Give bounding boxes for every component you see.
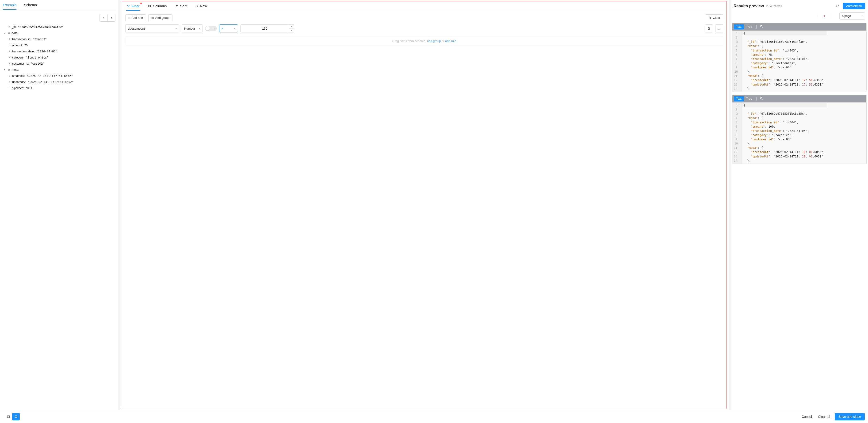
fold-toggle[interactable]: ▾ (739, 32, 740, 35)
layout-single-icon (7, 415, 10, 418)
code-line: }, (744, 70, 751, 73)
rule-value-input: ▲ ▼ (240, 24, 294, 32)
svg-rect-7 (7, 416, 9, 417)
code-icon (195, 4, 198, 8)
caret-meta[interactable]: ▾ (4, 68, 6, 72)
rule-field-select[interactable]: data.amount▾ (125, 24, 179, 32)
chevron-down-icon: ▾ (199, 27, 200, 30)
object-icon: ▦ (7, 68, 10, 72)
clock-icon: ◔ (8, 80, 11, 84)
pager-next[interactable]: 〉 (828, 12, 835, 20)
search-icon (760, 97, 763, 100)
rule-is-toggle[interactable]: Is (205, 26, 217, 31)
hint-add-group-link[interactable]: add group (427, 39, 441, 43)
code-line: "data": { (744, 44, 763, 48)
tab-raw[interactable]: Raw (194, 1, 208, 11)
plus-icon: + (128, 16, 130, 20)
cancel-button[interactable]: Cancel (800, 413, 813, 420)
code-line: "customer_id": "cust03" (744, 138, 791, 141)
schema-next-button[interactable] (107, 14, 116, 22)
filter-icon (127, 4, 130, 8)
results-panel: Results preview 2 / 4 records Autorefres… (731, 0, 868, 410)
rule-operator-select[interactable]: <▾ (219, 24, 238, 32)
record-card: Text Tree 1▾23▾45678910▾1112131415 { "_i… (732, 95, 867, 164)
splitter-left[interactable] (118, 0, 120, 410)
refresh-button[interactable] (834, 3, 841, 9)
splitter-right[interactable] (729, 0, 731, 410)
plus-square-icon: ⊞ (151, 16, 154, 20)
save-close-button[interactable]: Save and close (835, 413, 865, 420)
code-line: "_id": "67af265f01c5b73a34ca4f3e", (744, 40, 807, 44)
code-line: "updatedAt": "2025-02-14T11: 17: 51.635Z… (744, 83, 823, 86)
stepper-down[interactable]: ▼ (289, 29, 294, 32)
code-line: }, (744, 87, 751, 90)
fold-toggle[interactable]: ▾ (739, 70, 740, 73)
code-line: "category": "Groceries", (744, 133, 793, 137)
svg-point-3 (761, 25, 762, 27)
code-line: "createdAt": "2025-02-14T11: 18: 01.605Z… (744, 150, 825, 154)
record-view-tree[interactable]: Tree (744, 96, 754, 101)
code-line: "createdAt": "2025-02-14T11: 17: 51.635Z… (744, 78, 825, 82)
tab-filter[interactable]: Filter (126, 1, 140, 11)
code-line: }, (744, 159, 751, 162)
autorefresh-button[interactable]: Autorefresh (843, 3, 865, 9)
rule-type-select[interactable]: Number▾ (182, 24, 203, 32)
record-view-text[interactable]: Text (734, 96, 744, 101)
record-search-button[interactable] (758, 96, 765, 102)
sort-icon (175, 4, 179, 8)
results-count: 2 / 4 records (766, 4, 782, 8)
chevron-left-icon (102, 16, 105, 20)
svg-line-6 (762, 99, 763, 100)
add-rule-button[interactable]: + Add rule (125, 14, 146, 21)
object-icon: ▦ (7, 31, 10, 35)
filter-drop-hint: Drag fields from schema, add group or ad… (125, 36, 723, 46)
schema-panel: Example Schema t_id: 67af265f01c5b73a34c… (0, 0, 118, 410)
columns-icon (148, 4, 151, 8)
record-view-text[interactable]: Text (734, 24, 744, 29)
chevron-right-icon (110, 16, 113, 20)
stepper-up[interactable]: ▲ (289, 25, 294, 29)
caret-data[interactable]: ▾ (4, 31, 6, 35)
rule-value-field[interactable] (241, 25, 289, 32)
code-line: "transaction_id": "txn004", (744, 120, 798, 124)
tab-sort[interactable]: Sort (174, 1, 188, 11)
pager-prev[interactable]: 〈 (813, 12, 820, 20)
svg-rect-2 (150, 5, 151, 7)
search-icon (760, 25, 763, 28)
fold-toggle[interactable]: ▾ (739, 104, 740, 107)
trash-icon (708, 16, 711, 20)
schema-prev-button[interactable] (99, 14, 107, 22)
query-builder-panel: Filter Columns Sort Raw (120, 0, 729, 410)
svg-rect-0 (149, 5, 149, 7)
schema-tree: t_id: 67af265f01c5b73a34ca4f3e ▾▦data: t… (0, 23, 118, 93)
clear-all-button[interactable]: Clear all (816, 413, 831, 420)
pager-current: 1 (822, 14, 827, 18)
more-icon: … (718, 27, 721, 30)
chevron-down-icon: ▾ (176, 27, 177, 30)
layout-split-button[interactable] (12, 413, 20, 420)
results-title: Results preview (734, 4, 764, 8)
trash-icon (707, 27, 711, 30)
record-search-button[interactable] (758, 24, 765, 30)
add-group-button[interactable]: ⊞ Add group (148, 14, 173, 21)
rule-more-button[interactable]: … (715, 24, 723, 32)
filter-modified-indicator (140, 3, 142, 4)
page-size-select[interactable]: 5/page▾ (839, 12, 865, 20)
chevron-down-icon: ▾ (234, 27, 235, 30)
delete-rule-button[interactable] (705, 24, 713, 32)
code-line: "_id": "67af2669e478653f1bc5d35c", (744, 112, 807, 115)
code-line: "transaction_date": "2024-04-03", (744, 129, 809, 133)
layout-single-button[interactable] (5, 413, 12, 420)
fold-toggle[interactable]: ▾ (739, 112, 740, 115)
clear-filter-button[interactable]: Clear (705, 14, 723, 21)
tab-example[interactable]: Example (3, 0, 17, 10)
tab-schema[interactable]: Schema (24, 0, 37, 10)
hint-add-rule-link[interactable]: add rule (445, 39, 456, 43)
code-line: "category": "Electronics", (744, 61, 797, 65)
fold-toggle[interactable]: ▾ (739, 142, 740, 145)
fold-toggle[interactable]: ▾ (739, 40, 740, 44)
code-line: "pipelines": null (744, 91, 777, 92)
record-view-tree[interactable]: Tree (744, 24, 754, 29)
tab-columns[interactable]: Columns (147, 1, 167, 11)
clock-icon: ◔ (8, 74, 11, 78)
